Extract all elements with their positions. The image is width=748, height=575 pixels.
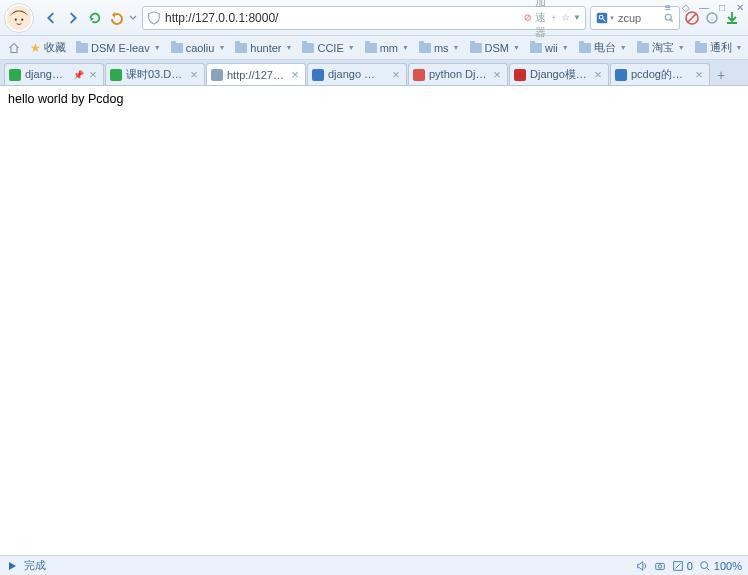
chevron-down-icon: ▼ <box>154 44 161 51</box>
folder-icon <box>419 43 431 53</box>
bookmark-item[interactable]: ms▼ <box>415 38 464 57</box>
url-input[interactable] <box>161 11 524 25</box>
reload-button[interactable] <box>84 7 106 29</box>
back-button[interactable] <box>40 7 62 29</box>
tab-favicon <box>211 69 223 81</box>
folder-icon <box>470 43 482 53</box>
bookmark-item[interactable]: hunter▼ <box>231 38 296 57</box>
new-tab-button[interactable]: + <box>711 65 731 85</box>
folder-icon <box>302 43 314 53</box>
tab-close-button[interactable]: × <box>87 69 99 81</box>
page-body-text: hello world by Pcdog <box>8 92 123 106</box>
search-go-icon[interactable] <box>663 12 675 24</box>
zoom-level: 100% <box>714 560 742 572</box>
svg-point-17 <box>701 561 708 568</box>
bookmark-item[interactable]: DSM E-leav▼ <box>72 38 165 57</box>
tab-label: python Django模板 <box>429 67 487 82</box>
bookmark-item[interactable]: DSM▼ <box>466 38 524 57</box>
folder-icon <box>695 43 707 53</box>
status-zoom[interactable]: 100% <box>699 560 742 572</box>
tab-favicon <box>514 69 526 81</box>
svg-line-4 <box>526 16 530 20</box>
tab[interactable]: pcdog的博客管理后× <box>610 63 710 85</box>
bookmark-label: mm <box>380 42 398 54</box>
chevron-down-icon: ▼ <box>402 44 409 51</box>
tab[interactable]: Django模板系统(非× <box>509 63 609 85</box>
undo-button[interactable] <box>106 7 128 29</box>
tab-close-button[interactable]: × <box>188 69 200 81</box>
tab-close-button[interactable]: × <box>693 69 705 81</box>
star-icon[interactable] <box>562 14 569 21</box>
chevron-down-icon: ▼ <box>736 44 743 51</box>
tab-close-button[interactable]: × <box>491 69 503 81</box>
tab-favicon <box>110 69 122 81</box>
svg-point-14 <box>658 564 661 567</box>
menu-icon[interactable]: ≡ <box>662 1 674 13</box>
search-input[interactable] <box>615 12 663 24</box>
status-capture-icon[interactable] <box>654 560 666 572</box>
tab-close-button[interactable]: × <box>390 69 402 81</box>
bookmark-item[interactable]: 淘宝▼ <box>633 38 689 57</box>
avatar[interactable] <box>4 3 34 33</box>
status-bar: 完成 0 100% <box>0 555 748 575</box>
close-window-button[interactable]: ✕ <box>734 1 746 13</box>
address-bar[interactable]: 加速器 ▼ <box>142 6 586 30</box>
bookmark-item[interactable]: wii▼ <box>526 38 573 57</box>
bookmark-label: DSM <box>485 42 509 54</box>
svg-line-18 <box>707 567 710 570</box>
home-button[interactable] <box>4 40 24 56</box>
svg-point-8 <box>665 14 671 20</box>
folder-icon <box>579 43 591 53</box>
tabs-bar: django的搜索结果📌×课时03.Django的建×http://127.0.… <box>0 60 748 86</box>
tab-label: django 模板_百度搜 <box>328 67 386 82</box>
tab[interactable]: python Django模板× <box>408 63 508 85</box>
tab-close-button[interactable]: × <box>289 69 301 81</box>
star-icon: ★ <box>30 41 41 55</box>
tab-label: 课时03.Django的建 <box>126 67 184 82</box>
bookmark-label: CCIE <box>317 42 343 54</box>
lightning-icon[interactable] <box>550 14 557 21</box>
bookmark-label: ms <box>434 42 449 54</box>
bookmark-item[interactable]: mm▼ <box>361 38 413 57</box>
tab-label: django的搜索结果 <box>25 67 69 82</box>
undo-dropdown[interactable] <box>128 7 138 29</box>
folder-icon <box>235 43 247 53</box>
accel-label[interactable]: 加速器 <box>535 0 546 40</box>
tab-favicon <box>615 69 627 81</box>
tab-favicon <box>9 69 21 81</box>
blocked-icon[interactable] <box>524 14 531 21</box>
folder-icon <box>530 43 542 53</box>
tab[interactable]: http://127.0.0.1:800× <box>206 63 306 85</box>
tab-label: Django模板系统(非 <box>530 67 588 82</box>
maximize-button[interactable]: □ <box>716 1 728 13</box>
tab-close-button[interactable]: × <box>592 69 604 81</box>
pin-icon: 📌 <box>73 70 83 80</box>
status-sound-icon[interactable] <box>636 560 648 572</box>
bookmark-item[interactable]: 电台▼ <box>575 38 631 57</box>
svg-point-12 <box>707 13 717 23</box>
status-blocked[interactable]: 0 <box>672 560 693 572</box>
svg-line-11 <box>688 14 696 22</box>
minimize-button[interactable]: — <box>698 1 710 13</box>
folder-icon <box>171 43 183 53</box>
bookmark-label: 通利 <box>710 40 732 55</box>
chevron-down-icon: ▼ <box>348 44 355 51</box>
folder-icon <box>365 43 377 53</box>
addr-dropdown-icon[interactable]: ▼ <box>573 13 581 22</box>
forward-button[interactable] <box>62 7 84 29</box>
status-play-button[interactable] <box>6 560 18 572</box>
tab[interactable]: django的搜索结果📌× <box>4 63 104 85</box>
site-shield-icon <box>147 11 161 25</box>
bookmark-item[interactable]: CCIE▼ <box>298 38 358 57</box>
bookmark-item[interactable]: caoliu▼ <box>167 38 230 57</box>
fav-label: 收藏 <box>44 40 66 55</box>
chevron-down-icon: ▼ <box>620 44 627 51</box>
status-done-label: 完成 <box>24 558 46 573</box>
blocked-count: 0 <box>687 560 693 572</box>
favorites-button[interactable]: ★收藏 <box>26 38 70 57</box>
bookmark-label: caoliu <box>186 42 215 54</box>
skin-icon[interactable]: ◇ <box>680 1 692 13</box>
bookmark-item[interactable]: 通利▼ <box>691 38 744 57</box>
tab[interactable]: django 模板_百度搜× <box>307 63 407 85</box>
tab[interactable]: 课时03.Django的建× <box>105 63 205 85</box>
